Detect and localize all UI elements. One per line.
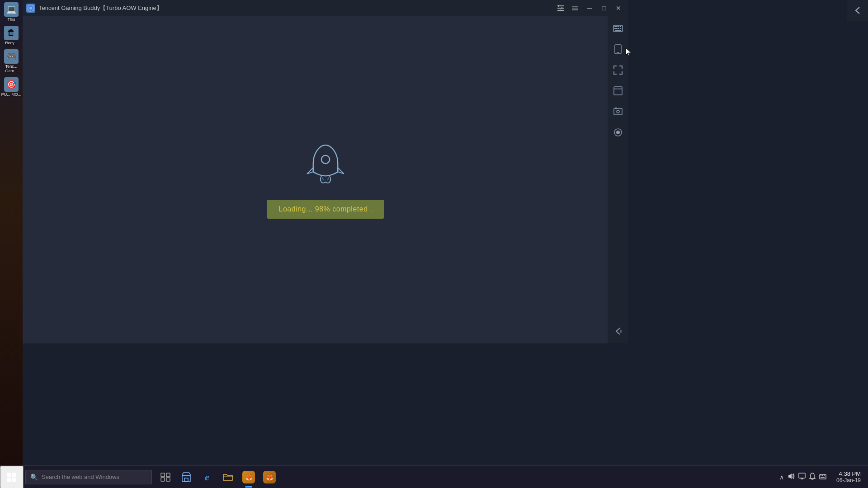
expand-button[interactable] <box>610 62 626 78</box>
title-bar-left: Tencent Gaming Buddy【Turbo AOW Engine】 <box>26 4 162 13</box>
sidebar-back-button[interactable] <box>610 324 626 339</box>
tray-volume-icon[interactable] <box>787 472 796 482</box>
rocket-icon <box>303 141 348 186</box>
taskbar-edge[interactable]: e <box>197 466 217 488</box>
taskbar: 🔍 Search the web and Windows <box>0 465 868 488</box>
window-title: Tencent Gaming Buddy【Turbo AOW Engine】 <box>39 4 162 12</box>
maximize-button[interactable]: □ <box>598 3 610 14</box>
desktop-icon-this-pc[interactable]: 💻 This <box>0 2 22 22</box>
loading-box: Loading... 98% completed . <box>267 200 384 219</box>
svg-rect-45 <box>822 475 823 476</box>
desktop-icon-pubg[interactable]: 🎯 PU... MO... <box>0 77 22 97</box>
svg-rect-7 <box>560 9 561 11</box>
main-content: Loading... 98% completed . <box>23 16 628 343</box>
svg-rect-46 <box>824 475 825 476</box>
tray-icons: ∧ <box>776 472 830 482</box>
svg-rect-40 <box>182 475 190 482</box>
taskbar-store[interactable] <box>176 466 196 488</box>
system-tray: ∧ <box>776 470 868 483</box>
svg-rect-39 <box>166 478 170 481</box>
edge-icon: e <box>201 471 213 483</box>
record-button[interactable] <box>610 125 626 140</box>
pubg-label: PU... MO... <box>1 93 22 97</box>
menu-button[interactable] <box>569 3 581 14</box>
svg-rect-35 <box>12 478 16 482</box>
svg-rect-36 <box>161 473 165 477</box>
svg-rect-5 <box>558 5 559 7</box>
back-arrow-button[interactable] <box>847 0 868 21</box>
clock-date: 06-Jan-19 <box>836 477 861 483</box>
this-pc-icon: 💻 <box>4 2 19 17</box>
svg-rect-19 <box>618 28 619 29</box>
svg-rect-10 <box>572 9 578 10</box>
svg-rect-44 <box>821 475 821 476</box>
minimize-button[interactable]: ─ <box>583 3 596 14</box>
loading-text: Loading... 98% completed . <box>279 205 373 213</box>
tencent2-icon: 🦊 <box>263 471 276 483</box>
this-pc-label: This <box>7 18 15 22</box>
svg-point-30 <box>616 131 620 134</box>
svg-rect-16 <box>620 26 621 27</box>
svg-rect-20 <box>620 28 621 29</box>
svg-rect-38 <box>161 478 165 481</box>
svg-point-1 <box>29 7 32 9</box>
store-icon <box>180 471 193 483</box>
taskbar-tencent1[interactable]: 🦊 <box>239 466 259 488</box>
taskbar-tencent2[interactable]: 🦊 <box>259 466 279 488</box>
svg-rect-32 <box>7 473 11 477</box>
window-button[interactable] <box>610 83 626 99</box>
close-button[interactable]: ✕ <box>612 3 625 14</box>
svg-rect-14 <box>616 26 618 27</box>
tray-keyboard-icon[interactable] <box>818 473 827 482</box>
title-bar: Tencent Gaming Buddy【Turbo AOW Engine】 <box>23 0 628 16</box>
tray-notification-icon[interactable] <box>808 472 816 482</box>
svg-rect-9 <box>572 8 578 9</box>
svg-rect-6 <box>561 7 562 9</box>
svg-rect-41 <box>184 478 188 482</box>
recycle-bin-icon: 🗑 <box>4 26 19 40</box>
svg-rect-25 <box>614 89 622 89</box>
tencent-gaming-label: Tenc... Gam... <box>0 65 22 74</box>
tray-clock[interactable]: 4:38 PM 06-Jan-19 <box>833 470 864 483</box>
tencent1-icon: 🦊 <box>242 471 255 483</box>
tencent-gaming-icon: 🎮 <box>4 49 19 64</box>
svg-rect-8 <box>572 6 578 7</box>
screenshot-button[interactable] <box>610 104 626 119</box>
svg-rect-21 <box>615 30 621 31</box>
desktop-icon-recycle-bin[interactable]: 🗑 Recy... <box>0 26 22 46</box>
search-icon: 🔍 <box>30 474 38 481</box>
pubg-icon: 🎯 <box>4 77 19 92</box>
svg-rect-34 <box>7 478 11 482</box>
clock-time: 4:38 PM <box>836 470 861 477</box>
loading-container: Loading... 98% completed . <box>267 141 384 219</box>
svg-rect-27 <box>615 108 617 108</box>
svg-rect-37 <box>166 473 170 477</box>
settings-button[interactable] <box>554 3 567 14</box>
svg-point-28 <box>617 110 619 113</box>
title-bar-controls: ─ □ ✕ <box>554 3 625 14</box>
task-view-icon <box>159 471 172 483</box>
tray-chevron[interactable]: ∧ <box>778 473 785 482</box>
start-button[interactable] <box>0 466 24 488</box>
desktop-icon-tencent-gaming[interactable]: 🎮 Tenc... Gam... <box>0 49 22 74</box>
taskbar-explorer[interactable] <box>218 466 238 488</box>
app-icon <box>26 4 35 13</box>
tray-display-icon[interactable] <box>797 472 807 482</box>
svg-rect-13 <box>614 26 616 27</box>
taskbar-search[interactable]: 🔍 Search the web and Windows <box>25 470 152 484</box>
svg-rect-31 <box>620 330 622 333</box>
taskbar-task-view[interactable] <box>156 466 175 488</box>
recycle-bin-label: Recy... <box>5 41 17 46</box>
search-placeholder: Search the web and Windows <box>42 474 119 480</box>
explorer-icon <box>222 471 234 483</box>
svg-rect-3 <box>557 8 564 9</box>
svg-rect-18 <box>616 28 618 29</box>
keyboard-button[interactable] <box>610 21 626 36</box>
svg-rect-23 <box>617 52 619 53</box>
svg-point-11 <box>321 155 330 164</box>
taskbar-items: e 🦊 🦊 <box>156 466 279 488</box>
svg-rect-15 <box>618 26 619 27</box>
phone-button[interactable] <box>610 42 626 57</box>
svg-rect-43 <box>820 474 826 479</box>
emulator-window: Tencent Gaming Buddy【Turbo AOW Engine】 <box>23 0 628 343</box>
